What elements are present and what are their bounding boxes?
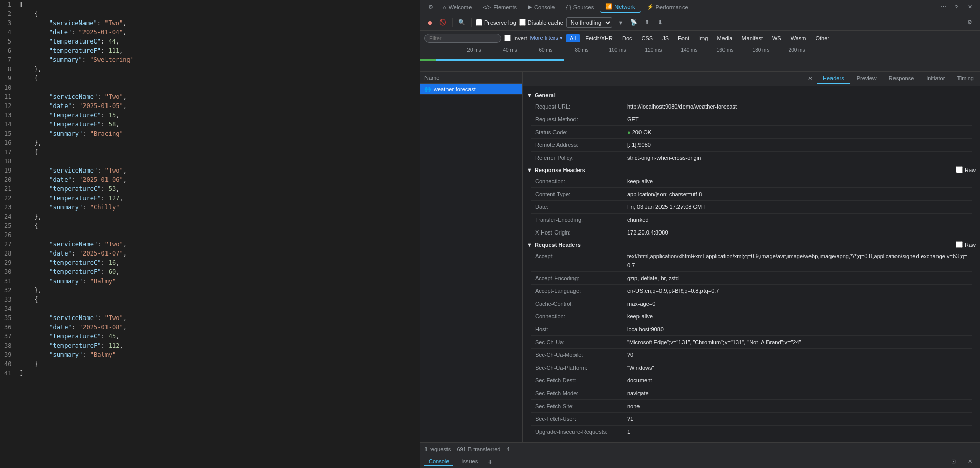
throttle-select[interactable]: No throttling: [566, 17, 612, 28]
record-button[interactable]: ⏺: [424, 17, 435, 28]
code-line: 41]: [0, 369, 420, 378]
type-filter-ws[interactable]: WS: [768, 34, 785, 42]
more-filters-button[interactable]: More filters ▾: [530, 35, 563, 41]
request-header-row: User-Agent:Mozilla/5.0 (Windows NT 10.0;…: [531, 438, 972, 442]
ruler-tick: 40 ms: [492, 47, 528, 53]
network-conditions-icon[interactable]: 📡: [629, 17, 639, 28]
code-line: 17 {: [0, 147, 420, 157]
line-number: 27: [4, 240, 19, 249]
request-item-weather-forecast[interactable]: 🌐 weather-forecast: [420, 84, 522, 95]
tab-headers[interactable]: Headers: [817, 73, 850, 84]
type-filter-manifest[interactable]: Manifest: [737, 34, 767, 42]
type-filter-js[interactable]: JS: [658, 34, 673, 42]
line-number: 40: [4, 359, 19, 369]
clear-button[interactable]: 🚫: [438, 17, 448, 28]
tab-welcome[interactable]: ⌂ Welcome: [438, 2, 477, 12]
line-number: 28: [4, 249, 19, 258]
more-tools-icon[interactable]: ⋯: [937, 1, 949, 13]
type-filter-media[interactable]: Media: [713, 34, 736, 42]
tab-initiator[interactable]: Initiator: [920, 73, 951, 84]
import-icon[interactable]: ⬆: [642, 17, 652, 28]
line-number: 2: [4, 9, 19, 18]
request-headers-section-header-row: ▼ Request Headers Raw: [523, 239, 980, 250]
code-line: 11 "serviceName": "Two",: [0, 92, 420, 101]
search-icon[interactable]: 🔍: [457, 17, 467, 28]
request-method-row: Request Method: GET: [531, 113, 972, 126]
request-header-row: Sec-Fetch-User:?1: [531, 413, 972, 426]
close-devtools-icon[interactable]: ✕: [964, 1, 976, 13]
raw-response-label[interactable]: Raw: [956, 166, 976, 173]
line-number: 20: [4, 175, 19, 184]
detail-close-button[interactable]: ✕: [808, 75, 813, 82]
response-headers-section-header[interactable]: ▼ Response Headers: [527, 167, 585, 173]
line-number: 41: [4, 369, 19, 378]
triangle-icon-response: ▼: [527, 167, 532, 173]
bottom-close-icon[interactable]: ✕: [964, 456, 976, 468]
invert-checkbox[interactable]: [504, 35, 511, 41]
raw-request-checkbox[interactable]: [956, 241, 963, 248]
network-settings-icon[interactable]: ⚙: [964, 16, 976, 29]
transferred-size: 691 B transferred: [457, 446, 500, 452]
code-line: 2 {: [0, 9, 420, 18]
tab-response[interactable]: Response: [883, 73, 921, 84]
raw-request-label[interactable]: Raw: [956, 241, 976, 248]
type-filter-css[interactable]: CSS: [637, 34, 657, 42]
disable-cache-label[interactable]: Disable cache: [519, 19, 563, 26]
filter-input[interactable]: [424, 34, 501, 43]
code-line: 14 "temperatureF": 58,: [0, 120, 420, 129]
general-section-content: Request URL: http://localhost:9080/demo/…: [523, 100, 980, 164]
tab-sources[interactable]: { } Sources: [561, 2, 599, 12]
tab-elements[interactable]: </> Elements: [478, 2, 522, 12]
general-title: General: [535, 92, 556, 98]
settings-icon[interactable]: ⚙: [424, 1, 437, 13]
code-line: 16 },: [0, 138, 420, 147]
code-line: 33 {: [0, 295, 420, 304]
type-filter-other[interactable]: Other: [811, 34, 834, 42]
code-line: 4 "date": "2025-01-04",: [0, 28, 420, 37]
triangle-icon: ▼: [527, 92, 532, 98]
code-line: 9 {: [0, 74, 420, 83]
timeline-bar-area: [420, 55, 980, 72]
request-header-row: Sec-Fetch-Site:none: [531, 400, 972, 413]
raw-response-checkbox[interactable]: [956, 166, 963, 173]
line-number: 15: [4, 129, 19, 138]
tab-preview[interactable]: Preview: [850, 73, 883, 84]
ruler-tick: 160 ms: [707, 47, 743, 53]
tab-timing[interactable]: Timing: [951, 73, 980, 84]
detail-tabs: ✕ Headers Preview Response Initiator Tim…: [523, 72, 980, 86]
help-icon[interactable]: ?: [950, 1, 963, 13]
type-filter-wasm[interactable]: Wasm: [786, 34, 811, 42]
line-number: 6: [4, 46, 19, 55]
bottom-dock-icon[interactable]: ⊡: [947, 456, 960, 468]
code-line: 20 "date": "2025-01-06",: [0, 175, 420, 184]
line-number: 16: [4, 138, 19, 147]
disable-cache-checkbox[interactable]: [519, 19, 526, 26]
timeline-area: 20 ms40 ms60 ms80 ms100 ms120 ms140 ms16…: [420, 46, 980, 72]
code-line: 26: [0, 230, 420, 240]
ruler-tick: 20 ms: [456, 47, 492, 53]
type-filter-all[interactable]: All: [566, 34, 580, 42]
type-filter-doc[interactable]: Doc: [618, 34, 636, 42]
request-headers-section-header[interactable]: ▼ Request Headers: [527, 242, 581, 248]
type-filter-fetch/xhr[interactable]: Fetch/XHR: [581, 34, 617, 42]
code-line: 29 "temperatureC": 16,: [0, 258, 420, 267]
tab-console[interactable]: ▶ Console: [523, 2, 560, 12]
bottom-tab-issues[interactable]: Issues: [457, 457, 482, 466]
type-filter-img[interactable]: Img: [694, 34, 712, 42]
add-tab-button[interactable]: +: [488, 458, 492, 466]
throttle-down-icon[interactable]: ▼: [615, 17, 626, 28]
tab-performance[interactable]: ⚡ Performance: [642, 2, 693, 12]
preserve-log-label[interactable]: Preserve log: [476, 19, 516, 26]
type-filter-font[interactable]: Font: [674, 34, 693, 42]
code-line: 10: [0, 83, 420, 92]
tab-network[interactable]: 📶 Network: [600, 1, 640, 13]
preserve-log-checkbox[interactable]: [476, 19, 482, 26]
bottom-tab-console[interactable]: Console: [424, 457, 453, 466]
request-header-row: Host:localhost:9080: [531, 323, 972, 336]
general-section-header[interactable]: ▼ General: [523, 90, 980, 100]
invert-label[interactable]: Invert: [504, 35, 527, 41]
line-number: 30: [4, 267, 19, 276]
line-number: 37: [4, 332, 19, 341]
request-header-row: Accept-Language:en-US,en;q=0.9,pt-BR;q=0…: [531, 285, 972, 297]
export-icon[interactable]: ⬇: [655, 17, 666, 28]
